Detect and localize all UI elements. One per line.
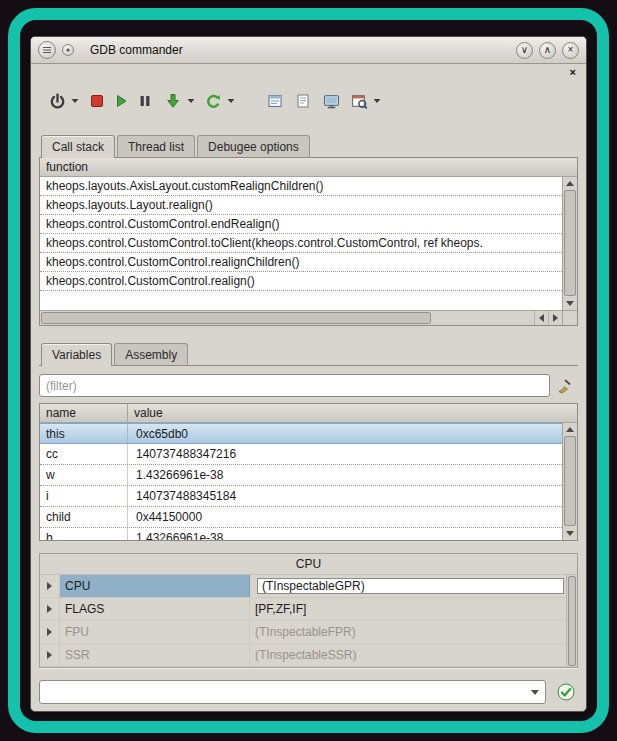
send-command-button[interactable]	[556, 682, 576, 702]
callstack-table: function kheops.layouts.AxisLayout.custo…	[39, 158, 578, 326]
close-button[interactable]: ×	[562, 42, 579, 59]
step-into-button[interactable]	[161, 89, 185, 113]
variable-name: this	[40, 424, 128, 443]
step-into-dropdown-button[interactable]	[185, 89, 197, 113]
cpu-register-group[interactable]: SSR	[60, 644, 250, 666]
cpu-value: (TInspectableFPR)	[250, 621, 566, 643]
cpu-register-group[interactable]: FLAGS	[60, 598, 250, 620]
chevron-down-icon	[187, 98, 195, 104]
stop-button[interactable]	[85, 89, 109, 113]
callstack-row[interactable]: kheops.control.CustomControl.realignChil…	[40, 253, 562, 272]
tab-assembly[interactable]: Assembly	[114, 343, 188, 365]
arrow-down-icon	[566, 301, 574, 306]
cpu-view-icon	[323, 93, 340, 110]
window-title: GDB commander	[90, 43, 183, 57]
continue-button[interactable]	[109, 89, 133, 113]
scrollbar-thumb[interactable]	[41, 312, 431, 324]
cpu-register-group[interactable]: CPU	[60, 575, 250, 597]
tab-debugee-options[interactable]: Debugee options	[197, 135, 310, 157]
cpu-view-button[interactable]	[319, 89, 343, 113]
variables-row[interactable]: w 1.43266961e-38	[40, 465, 562, 486]
cpu-value-editor[interactable]: (TInspectableGPR)	[257, 578, 564, 594]
scroll-down-button[interactable]	[563, 527, 577, 540]
callstack-row[interactable]: kheops.control.CustomControl.realign()	[40, 272, 562, 291]
scrollbar-thumb[interactable]	[564, 436, 576, 526]
shade-button[interactable]: ∨	[516, 42, 533, 59]
variables-header-value[interactable]: value	[128, 404, 577, 423]
variables-row[interactable]: b 1.43266961e-38	[40, 528, 562, 540]
power-dropdown-button[interactable]	[69, 89, 81, 113]
scroll-left-button[interactable]	[534, 311, 548, 325]
variables-row-selected[interactable]: this 0xc65db0	[40, 423, 562, 444]
callstack-row[interactable]: kheops.layouts.Layout.realign()	[40, 196, 562, 215]
variable-value: 0xc65db0	[128, 424, 562, 443]
expander-button[interactable]	[40, 575, 60, 597]
filter-input[interactable]	[39, 374, 550, 397]
variable-value: 140737488347216	[128, 444, 562, 464]
cpu-vertical-scrollbar[interactable]	[566, 575, 577, 667]
cpu-register-group[interactable]: FPU	[60, 621, 250, 643]
combobox-dropdown-button[interactable]	[525, 681, 545, 703]
variable-value: 1.43266961e-38	[128, 465, 562, 485]
gdb-command-input[interactable]	[40, 681, 525, 703]
callstack-horizontal-scrollbar[interactable]	[40, 310, 562, 325]
ok-check-icon	[557, 683, 575, 701]
variable-value: 140737488345184	[128, 486, 562, 506]
scroll-down-button[interactable]	[563, 297, 577, 310]
callstack-vertical-scrollbar[interactable]	[562, 177, 577, 310]
step-into-icon	[165, 93, 181, 109]
expander-button[interactable]	[40, 621, 60, 643]
gdb-output-button[interactable]	[291, 89, 315, 113]
expander-button[interactable]	[40, 644, 60, 666]
scroll-up-button[interactable]	[563, 177, 577, 190]
power-icon	[49, 93, 66, 110]
callstack-rows: kheops.layouts.AxisLayout.customRealignC…	[40, 177, 562, 310]
chevron-down-icon	[373, 98, 381, 104]
scrollbar-thumb[interactable]	[568, 576, 576, 666]
callstack-column-header[interactable]: function	[40, 158, 577, 177]
gdb-output-icon	[295, 93, 311, 109]
maximize-button[interactable]: ∧	[539, 42, 556, 59]
scroll-right-button[interactable]	[548, 311, 562, 325]
variable-name: b	[40, 528, 128, 540]
step-over-button[interactable]	[201, 89, 225, 113]
pause-icon	[137, 93, 153, 109]
tab-variables[interactable]: Variables	[41, 343, 112, 366]
titlebar[interactable]: GDB commander ∨ ∧ ×	[31, 37, 586, 64]
power-button[interactable]	[45, 89, 69, 113]
step-over-dropdown-button[interactable]	[225, 89, 237, 113]
dock-close-button[interactable]: ×	[568, 67, 578, 78]
debugee-output-button[interactable]	[263, 89, 287, 113]
variables-header-name[interactable]: name	[40, 404, 128, 423]
custom-eval-button[interactable]	[347, 89, 371, 113]
custom-eval-dropdown-button[interactable]	[371, 89, 383, 113]
variables-vertical-scrollbar[interactable]	[562, 423, 577, 540]
callstack-row[interactable]: kheops.control.CustomControl.endRealign(…	[40, 215, 562, 234]
variable-name: cc	[40, 444, 128, 464]
callstack-row[interactable]: kheops.control.CustomControl.toClient(kh…	[40, 234, 562, 253]
expander-button[interactable]	[40, 598, 60, 620]
expander-icon	[47, 651, 52, 659]
pause-button[interactable]	[133, 89, 157, 113]
cpu-inspector: CPU (TInspectableGPR) FLAGS [PF,ZF,IF] F…	[40, 574, 577, 667]
expander-icon	[47, 628, 52, 636]
variables-row[interactable]: i 140737488345184	[40, 486, 562, 507]
cpu-row[interactable]: SSR (TInspectableSSR)	[40, 644, 566, 667]
expander-icon	[47, 605, 52, 613]
tab-call-stack[interactable]: Call stack	[41, 135, 115, 158]
cpu-row[interactable]: FLAGS [PF,ZF,IF]	[40, 598, 566, 621]
cpu-row[interactable]: FPU (TInspectableFPR)	[40, 621, 566, 644]
variables-row[interactable]: cc 140737488347216	[40, 444, 562, 465]
variables-row[interactable]: child 0x44150000	[40, 507, 562, 528]
dock-header: ×	[39, 64, 578, 80]
command-row	[39, 680, 578, 704]
scroll-up-button[interactable]	[563, 423, 577, 436]
gdb-commander-window: GDB commander ∨ ∧ × ×	[30, 36, 587, 712]
scrollbar-thumb[interactable]	[564, 190, 576, 296]
window-menu-icon[interactable]	[38, 41, 56, 59]
tab-thread-list[interactable]: Thread list	[117, 135, 195, 157]
gdb-command-combobox[interactable]	[39, 680, 546, 704]
clear-filter-button[interactable]	[550, 378, 578, 394]
cpu-row[interactable]: CPU (TInspectableGPR)	[40, 575, 566, 598]
callstack-row[interactable]: kheops.layouts.AxisLayout.customRealignC…	[40, 177, 562, 196]
